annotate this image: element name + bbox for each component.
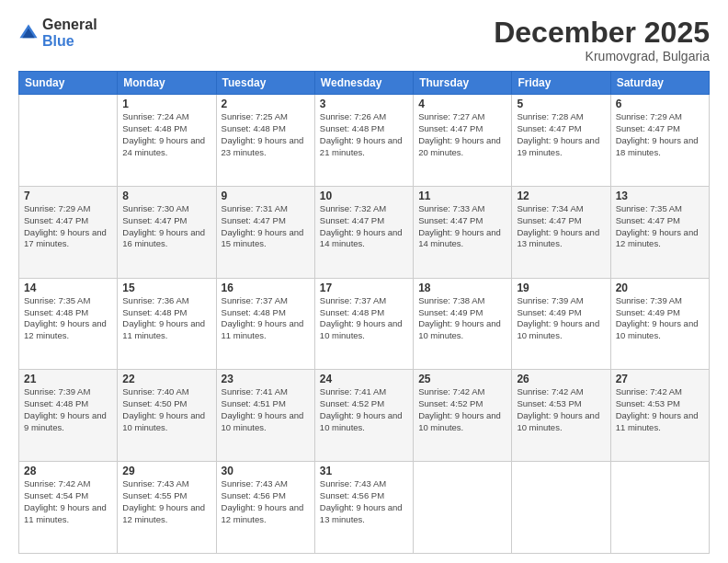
table-row xyxy=(414,462,512,554)
table-row: 19Sunrise: 7:39 AM Sunset: 4:49 PM Dayli… xyxy=(512,278,610,370)
col-tuesday: Tuesday xyxy=(216,72,314,95)
day-info: Sunrise: 7:35 AM Sunset: 4:47 PM Dayligh… xyxy=(616,203,704,250)
day-info: Sunrise: 7:26 AM Sunset: 4:48 PM Dayligh… xyxy=(320,111,408,158)
day-info: Sunrise: 7:41 AM Sunset: 4:52 PM Dayligh… xyxy=(320,386,408,433)
day-number: 23 xyxy=(222,373,310,385)
table-row: 14Sunrise: 7:35 AM Sunset: 4:48 PM Dayli… xyxy=(19,278,118,370)
day-number: 26 xyxy=(517,373,605,385)
logo-general: General xyxy=(42,17,97,33)
day-info: Sunrise: 7:43 AM Sunset: 4:56 PM Dayligh… xyxy=(222,478,310,525)
month-title: December 2025 xyxy=(494,17,710,49)
day-number: 19 xyxy=(517,282,605,294)
table-row: 6Sunrise: 7:29 AM Sunset: 4:47 PM Daylig… xyxy=(610,95,709,187)
day-number: 7 xyxy=(24,190,112,202)
day-info: Sunrise: 7:27 AM Sunset: 4:47 PM Dayligh… xyxy=(418,111,506,158)
logo-icon xyxy=(18,23,39,43)
table-row: 2Sunrise: 7:25 AM Sunset: 4:48 PM Daylig… xyxy=(216,95,314,187)
col-monday: Monday xyxy=(118,72,216,95)
day-info: Sunrise: 7:37 AM Sunset: 4:48 PM Dayligh… xyxy=(222,295,310,342)
table-row: 18Sunrise: 7:38 AM Sunset: 4:49 PM Dayli… xyxy=(414,278,512,370)
day-info: Sunrise: 7:31 AM Sunset: 4:47 PM Dayligh… xyxy=(222,203,310,250)
day-info: Sunrise: 7:42 AM Sunset: 4:54 PM Dayligh… xyxy=(24,478,112,525)
calendar-table: Sunday Monday Tuesday Wednesday Thursday… xyxy=(18,71,710,554)
table-row: 4Sunrise: 7:27 AM Sunset: 4:47 PM Daylig… xyxy=(414,95,512,187)
day-number: 4 xyxy=(418,98,506,110)
day-info: Sunrise: 7:36 AM Sunset: 4:48 PM Dayligh… xyxy=(122,295,210,342)
day-number: 13 xyxy=(616,190,704,202)
day-number: 12 xyxy=(517,190,605,202)
calendar-header-row: Sunday Monday Tuesday Wednesday Thursday… xyxy=(19,72,710,95)
table-row: 27Sunrise: 7:42 AM Sunset: 4:53 PM Dayli… xyxy=(610,370,709,462)
col-thursday: Thursday xyxy=(414,72,512,95)
day-number: 5 xyxy=(517,98,605,110)
col-friday: Friday xyxy=(512,72,610,95)
table-row: 3Sunrise: 7:26 AM Sunset: 4:48 PM Daylig… xyxy=(314,95,413,187)
day-info: Sunrise: 7:40 AM Sunset: 4:50 PM Dayligh… xyxy=(122,386,210,433)
day-info: Sunrise: 7:29 AM Sunset: 4:47 PM Dayligh… xyxy=(616,111,704,158)
day-info: Sunrise: 7:43 AM Sunset: 4:56 PM Dayligh… xyxy=(320,478,408,525)
day-number: 30 xyxy=(222,465,310,477)
day-info: Sunrise: 7:35 AM Sunset: 4:48 PM Dayligh… xyxy=(24,295,112,342)
logo-text: General Blue xyxy=(42,17,97,49)
table-row: 31Sunrise: 7:43 AM Sunset: 4:56 PM Dayli… xyxy=(314,462,413,554)
day-info: Sunrise: 7:42 AM Sunset: 4:53 PM Dayligh… xyxy=(517,386,605,433)
day-number: 3 xyxy=(320,98,408,110)
table-row: 24Sunrise: 7:41 AM Sunset: 4:52 PM Dayli… xyxy=(314,370,413,462)
table-row: 7Sunrise: 7:29 AM Sunset: 4:47 PM Daylig… xyxy=(19,186,118,278)
day-number: 22 xyxy=(122,373,210,385)
day-number: 6 xyxy=(616,98,704,110)
table-row: 13Sunrise: 7:35 AM Sunset: 4:47 PM Dayli… xyxy=(610,186,709,278)
table-row xyxy=(19,95,118,187)
day-info: Sunrise: 7:29 AM Sunset: 4:47 PM Dayligh… xyxy=(24,203,112,250)
day-info: Sunrise: 7:38 AM Sunset: 4:49 PM Dayligh… xyxy=(418,295,506,342)
day-number: 10 xyxy=(320,190,408,202)
table-row: 16Sunrise: 7:37 AM Sunset: 4:48 PM Dayli… xyxy=(216,278,314,370)
table-row: 8Sunrise: 7:30 AM Sunset: 4:47 PM Daylig… xyxy=(118,186,216,278)
location-subtitle: Krumovgrad, Bulgaria xyxy=(494,49,710,63)
table-row xyxy=(610,462,709,554)
table-row: 12Sunrise: 7:34 AM Sunset: 4:47 PM Dayli… xyxy=(512,186,610,278)
header: General Blue December 2025 Krumovgrad, B… xyxy=(18,17,710,63)
table-row: 9Sunrise: 7:31 AM Sunset: 4:47 PM Daylig… xyxy=(216,186,314,278)
day-number: 11 xyxy=(418,190,506,202)
day-info: Sunrise: 7:34 AM Sunset: 4:47 PM Dayligh… xyxy=(517,203,605,250)
day-info: Sunrise: 7:39 AM Sunset: 4:49 PM Dayligh… xyxy=(517,295,605,342)
day-number: 27 xyxy=(616,373,704,385)
table-row: 23Sunrise: 7:41 AM Sunset: 4:51 PM Dayli… xyxy=(216,370,314,462)
day-info: Sunrise: 7:37 AM Sunset: 4:48 PM Dayligh… xyxy=(320,295,408,342)
logo: General Blue xyxy=(18,17,97,49)
table-row: 1Sunrise: 7:24 AM Sunset: 4:48 PM Daylig… xyxy=(118,95,216,187)
table-row: 26Sunrise: 7:42 AM Sunset: 4:53 PM Dayli… xyxy=(512,370,610,462)
table-row: 29Sunrise: 7:43 AM Sunset: 4:55 PM Dayli… xyxy=(118,462,216,554)
day-info: Sunrise: 7:39 AM Sunset: 4:48 PM Dayligh… xyxy=(24,386,112,433)
calendar-page: General Blue December 2025 Krumovgrad, B… xyxy=(0,0,728,563)
col-wednesday: Wednesday xyxy=(314,72,413,95)
table-row: 10Sunrise: 7:32 AM Sunset: 4:47 PM Dayli… xyxy=(314,186,413,278)
day-number: 31 xyxy=(320,465,408,477)
table-row: 28Sunrise: 7:42 AM Sunset: 4:54 PM Dayli… xyxy=(19,462,118,554)
table-row: 20Sunrise: 7:39 AM Sunset: 4:49 PM Dayli… xyxy=(610,278,709,370)
day-number: 18 xyxy=(418,282,506,294)
table-row: 17Sunrise: 7:37 AM Sunset: 4:48 PM Dayli… xyxy=(314,278,413,370)
logo-blue: Blue xyxy=(42,33,97,50)
col-saturday: Saturday xyxy=(610,72,709,95)
table-row: 11Sunrise: 7:33 AM Sunset: 4:47 PM Dayli… xyxy=(414,186,512,278)
day-number: 29 xyxy=(122,465,210,477)
table-row: 21Sunrise: 7:39 AM Sunset: 4:48 PM Dayli… xyxy=(19,370,118,462)
day-info: Sunrise: 7:33 AM Sunset: 4:47 PM Dayligh… xyxy=(418,203,506,250)
day-number: 9 xyxy=(222,190,310,202)
day-info: Sunrise: 7:30 AM Sunset: 4:47 PM Dayligh… xyxy=(122,203,210,250)
day-info: Sunrise: 7:43 AM Sunset: 4:55 PM Dayligh… xyxy=(122,478,210,525)
table-row: 5Sunrise: 7:28 AM Sunset: 4:47 PM Daylig… xyxy=(512,95,610,187)
title-block: December 2025 Krumovgrad, Bulgaria xyxy=(494,17,710,63)
day-info: Sunrise: 7:42 AM Sunset: 4:53 PM Dayligh… xyxy=(616,386,704,433)
day-number: 28 xyxy=(24,465,112,477)
day-info: Sunrise: 7:28 AM Sunset: 4:47 PM Dayligh… xyxy=(517,111,605,158)
day-info: Sunrise: 7:24 AM Sunset: 4:48 PM Dayligh… xyxy=(122,111,210,158)
table-row: 30Sunrise: 7:43 AM Sunset: 4:56 PM Dayli… xyxy=(216,462,314,554)
day-info: Sunrise: 7:39 AM Sunset: 4:49 PM Dayligh… xyxy=(616,295,704,342)
day-number: 25 xyxy=(418,373,506,385)
day-info: Sunrise: 7:42 AM Sunset: 4:52 PM Dayligh… xyxy=(418,386,506,433)
day-info: Sunrise: 7:32 AM Sunset: 4:47 PM Dayligh… xyxy=(320,203,408,250)
col-sunday: Sunday xyxy=(19,72,118,95)
